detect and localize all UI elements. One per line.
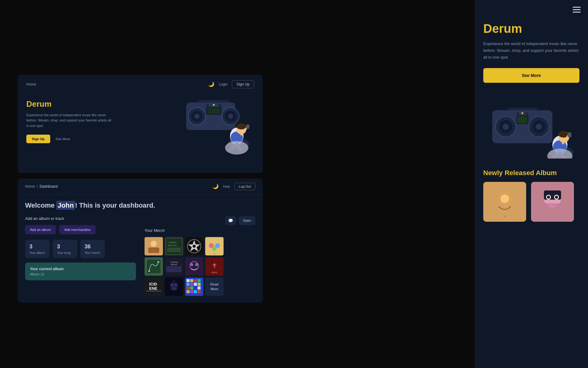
moon-icon: 🌙 [208, 81, 214, 87]
svg-rect-90 [198, 290, 201, 293]
svg-rect-57 [185, 257, 203, 276]
merch-item-5[interactable] [145, 257, 163, 276]
svg-point-26 [151, 241, 157, 247]
stat-album-number: 3 [29, 243, 45, 250]
top-actions: 💬 Open [145, 216, 255, 225]
stat-merch: 36 Your merch [80, 240, 105, 258]
svg-text:BEFORS: BEFORS [168, 244, 177, 247]
logout-button[interactable]: Log Out [234, 183, 255, 190]
stat-merch-label: Your merch [85, 251, 100, 255]
merch-item-8[interactable]: ✝HANK [205, 257, 224, 276]
dashboard-breadcrumb: Dashboard [40, 184, 58, 189]
mobile-illustration [475, 98, 588, 159]
svg-point-100 [516, 112, 519, 115]
svg-point-43 [212, 247, 217, 251]
svg-rect-103 [507, 108, 537, 110]
help-button[interactable]: Help [223, 185, 230, 188]
stat-merch-number: 36 [85, 243, 100, 250]
dashboard-main: Add an album or track Add an album Add m… [25, 216, 255, 296]
open-button[interactable]: Open [239, 216, 255, 225]
svg-rect-33 [167, 248, 181, 249]
login-button[interactable]: Login [219, 82, 228, 86]
svg-rect-76 [190, 279, 193, 282]
merch-item-9[interactable]: ICIDENE [145, 278, 163, 296]
svg-rect-81 [194, 283, 197, 286]
mobile-albums-row: ♪ [475, 182, 588, 222]
stats-row: 3 Your album 3 Your song 36 Your merch [25, 240, 136, 258]
svg-text:COMING: COMING [168, 241, 177, 243]
dashboard-nav-right: 🌙 Help Log Out [213, 183, 255, 190]
nav-separator: / [37, 184, 38, 189]
hamburger-line-3 [573, 12, 581, 13]
svg-text:ICID: ICID [149, 282, 157, 286]
landing-home-link[interactable]: Home [26, 82, 36, 86]
right-panel: 💬 Open Your Merch ♪ COMINGBEFORS [145, 216, 255, 296]
svg-rect-85 [194, 286, 197, 289]
svg-point-48 [157, 261, 159, 263]
mobile-album-1[interactable]: ♪ [483, 182, 526, 222]
dashboard-body: Welcome John! This is your dashboard. Ad… [18, 195, 263, 303]
merch-item-2[interactable]: COMINGBEFORS [165, 237, 183, 255]
svg-point-73 [173, 279, 175, 282]
dashboard-nav-left: Home / Dashboard [25, 184, 58, 189]
merch-item-1[interactable]: ♪ [145, 237, 163, 255]
welcome-prefix: Welcome [25, 201, 56, 209]
svg-point-71 [174, 283, 177, 286]
add-album-button[interactable]: Add an album [25, 225, 56, 234]
mobile-content: Derum Experience the world of independen… [475, 16, 588, 98]
chat-button[interactable]: 💬 [225, 216, 236, 225]
svg-rect-78 [198, 279, 201, 282]
landing-content: Derum Experience the world of independen… [18, 94, 263, 149]
signup-yellow-button[interactable]: Sign Up [26, 135, 50, 143]
add-merch-button[interactable]: Add merchandise [59, 225, 96, 234]
svg-text:♪: ♪ [153, 250, 154, 252]
mobile-title: Derum [483, 22, 579, 36]
svg-rect-82 [198, 283, 201, 286]
svg-rect-86 [198, 286, 201, 289]
merch-item-11[interactable] [185, 278, 203, 296]
hamburger-menu[interactable] [573, 7, 581, 13]
dashboard-home-link[interactable]: Home [25, 184, 35, 189]
svg-rect-35 [167, 251, 181, 252]
svg-rect-53 [166, 268, 182, 268]
merch-grid: ♪ COMINGBEFORS ♪♪ [145, 237, 255, 296]
stat-album-label: Your album [29, 251, 45, 255]
svg-rect-84 [190, 286, 193, 289]
dashboard-card: Home / Dashboard 🌙 Help Log Out Welcome … [18, 178, 263, 303]
merch-item-10[interactable] [165, 278, 183, 296]
mobile-see-more-button[interactable]: See More [483, 68, 579, 83]
svg-rect-110 [568, 132, 571, 137]
merch-item-6[interactable]: ComingBefore [165, 257, 183, 276]
merch-item-7[interactable] [185, 257, 203, 276]
svg-text:✝: ✝ [212, 262, 217, 270]
read-more-button[interactable]: Read More [205, 278, 224, 296]
svg-rect-83 [187, 286, 190, 289]
svg-rect-56 [166, 271, 182, 272]
svg-rect-55 [166, 270, 182, 271]
svg-rect-88 [190, 290, 193, 293]
current-album-box: Your current album Album 12 [25, 263, 136, 280]
merch-item-3[interactable] [185, 237, 203, 255]
mobile-header [475, 0, 588, 16]
welcome-text: Welcome John! This is your dashboard. [25, 201, 255, 209]
svg-point-60 [195, 263, 198, 266]
landing-buttons: Sign Up See More [26, 135, 254, 143]
svg-point-39 [193, 245, 196, 248]
stat-song-label: Your song [57, 251, 73, 255]
see-more-text-button[interactable]: See More [56, 137, 70, 141]
landing-title: Derum [26, 99, 254, 109]
svg-rect-87 [187, 290, 190, 293]
dashboard-nav: Home / Dashboard 🌙 Help Log Out [18, 178, 263, 195]
svg-point-70 [171, 283, 174, 286]
svg-rect-80 [190, 283, 193, 286]
welcome-name: John [56, 201, 75, 210]
merch-item-4[interactable]: ♪♪ [205, 237, 224, 255]
left-panel: Add an album or track Add an album Add m… [25, 216, 136, 296]
svg-point-94 [503, 124, 509, 130]
svg-rect-77 [194, 279, 197, 282]
mobile-album-2[interactable] [531, 182, 574, 222]
svg-text:♪: ♪ [504, 214, 506, 218]
svg-rect-52 [166, 266, 182, 267]
add-section-label: Add an album or track [25, 216, 136, 221]
svg-point-126 [547, 196, 550, 199]
